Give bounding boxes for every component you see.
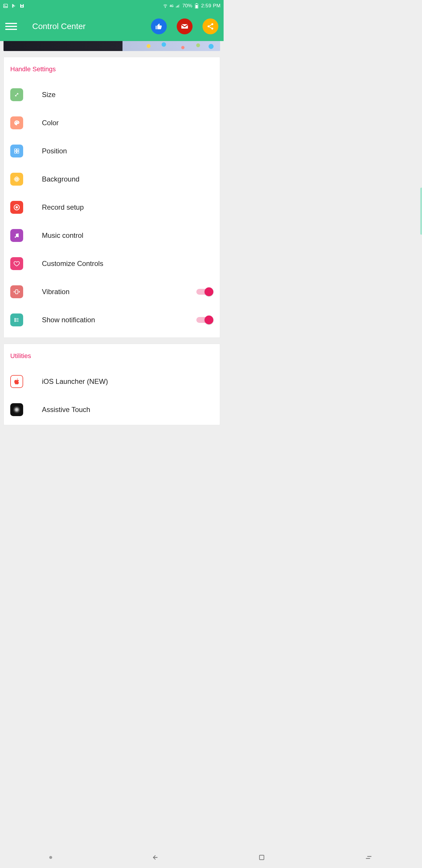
row-size[interactable]: Size: [10, 81, 213, 109]
play-check-icon: [11, 3, 17, 8]
row-label: Background: [42, 175, 213, 183]
app-bar: Control Center: [0, 12, 224, 41]
apple-icon: [10, 375, 23, 388]
svg-rect-24: [17, 151, 19, 153]
row-label: iOS Launcher (NEW): [42, 377, 213, 385]
svg-point-5: [165, 7, 165, 8]
row-customize-controls[interactable]: Customize Controls: [10, 250, 213, 278]
flower-icon: [10, 173, 23, 186]
row-label: Show notification: [42, 316, 196, 324]
svg-rect-9: [179, 4, 180, 8]
svg-point-14: [211, 23, 213, 25]
palette-icon: [10, 116, 23, 129]
svg-point-40: [15, 320, 15, 320]
battery-text: 70%: [182, 3, 192, 9]
row-label: Vibration: [42, 288, 196, 296]
svg-point-39: [15, 318, 15, 319]
svg-point-15: [207, 26, 209, 28]
row-background[interactable]: Background: [10, 165, 213, 193]
share-button[interactable]: [202, 19, 218, 34]
card-utilities: Utilities iOS Launcher (NEW) Assistive T…: [3, 344, 220, 425]
network-label: 4G: [170, 4, 173, 8]
svg-point-32: [15, 180, 16, 181]
svg-rect-23: [15, 151, 17, 153]
list-icon: [10, 313, 23, 327]
row-music-control[interactable]: Music control: [10, 221, 213, 250]
svg-point-36: [15, 236, 16, 238]
svg-rect-12: [196, 5, 198, 8]
svg-point-16: [211, 28, 213, 30]
svg-rect-7: [177, 6, 177, 7]
section-title: Utilities: [10, 352, 213, 360]
svg-point-1: [4, 5, 5, 6]
save-icon: [19, 3, 25, 8]
svg-rect-6: [176, 7, 176, 8]
svg-point-33: [17, 180, 19, 181]
vibrate-icon: [10, 285, 23, 298]
toggle-vibration[interactable]: [196, 288, 213, 295]
svg-rect-8: [178, 5, 178, 7]
row-vibration[interactable]: Vibration: [10, 278, 213, 306]
status-right: 4G 70% 2:59 PM: [163, 3, 221, 9]
signal-icon: [175, 3, 181, 8]
gmail-button[interactable]: [177, 19, 193, 34]
svg-point-41: [15, 321, 15, 322]
row-assistive-touch[interactable]: Assistive Touch: [10, 396, 213, 424]
row-label: Color: [42, 119, 213, 127]
svg-point-17: [15, 122, 16, 123]
app-title: Control Center: [32, 22, 141, 31]
toggle-notification[interactable]: [196, 317, 213, 323]
wifi-icon: [163, 3, 168, 8]
row-label: Music control: [42, 231, 213, 240]
row-color[interactable]: Color: [10, 109, 213, 137]
svg-point-30: [15, 178, 16, 179]
svg-rect-38: [15, 290, 18, 294]
assistive-icon: [10, 403, 23, 416]
svg-point-19: [17, 121, 18, 122]
row-record-setup[interactable]: Record setup: [10, 193, 213, 221]
clock-text: 2:59 PM: [201, 3, 221, 9]
music-icon: [10, 229, 23, 242]
menu-button[interactable]: [5, 21, 17, 32]
svg-rect-21: [15, 149, 17, 151]
row-label: Position: [42, 147, 213, 155]
svg-point-35: [15, 206, 18, 209]
heart-icon: [10, 257, 23, 270]
hero-banner[interactable]: [3, 41, 220, 51]
svg-point-4: [22, 6, 23, 7]
svg-point-37: [17, 236, 19, 237]
row-position[interactable]: Position: [10, 137, 213, 165]
row-label: Size: [42, 91, 213, 99]
row-label: Customize Controls: [42, 259, 213, 268]
row-label: Assistive Touch: [42, 406, 213, 414]
svg-point-18: [16, 121, 17, 122]
grid-icon: [10, 145, 23, 157]
section-title: Handle Settings: [10, 65, 213, 73]
battery-icon: [194, 3, 199, 8]
image-icon: [3, 3, 8, 8]
status-left: [3, 3, 25, 8]
card-handle-settings: Handle Settings Size Color Position Back…: [3, 57, 220, 338]
row-show-notification[interactable]: Show notification: [10, 306, 213, 334]
status-bar: 4G 70% 2:59 PM: [0, 0, 224, 12]
record-icon: [10, 201, 23, 214]
svg-rect-22: [17, 149, 19, 151]
like-button[interactable]: [151, 19, 167, 34]
svg-rect-3: [21, 4, 23, 5]
svg-point-47: [15, 408, 18, 411]
svg-point-20: [18, 122, 18, 123]
svg-point-25: [16, 179, 18, 180]
svg-point-31: [17, 178, 19, 179]
row-label: Record setup: [42, 203, 213, 211]
row-ios-launcher[interactable]: iOS Launcher (NEW): [10, 367, 213, 396]
resize-icon: [10, 88, 23, 101]
